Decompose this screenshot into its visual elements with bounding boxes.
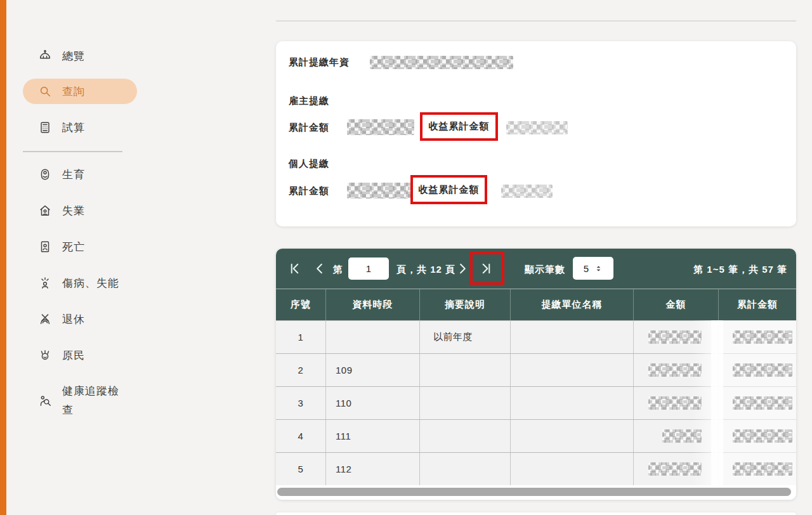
personal-income-label-highlight: 收益累計金額 [410, 175, 487, 204]
column-header-seq: 序號 [276, 289, 326, 320]
cumulative-redacted-value [733, 330, 792, 344]
sidebar-item-health-check[interactable]: 健康追蹤檢查 [23, 379, 137, 423]
column-header-unit: 提繳單位名稱 [511, 289, 634, 320]
cell-summary: 以前年度 [420, 321, 511, 353]
cell-summary [420, 354, 511, 386]
next-page-button[interactable] [452, 259, 471, 278]
cell-seq: 1 [276, 321, 326, 353]
employer-income-redacted-value [506, 121, 568, 134]
cell-summary [420, 387, 511, 419]
sidebar-item-label: 健康追蹤檢查 [62, 382, 122, 420]
cumulative-redacted-value [733, 462, 792, 476]
page-size-value: 5 [584, 263, 589, 274]
redaction-strip [711, 320, 723, 485]
chevron-right-icon [455, 262, 469, 275]
cell-period: 109 [326, 354, 420, 386]
cell-unit [511, 354, 634, 386]
unemployment-icon [38, 204, 52, 218]
cell-period: 112 [326, 453, 420, 485]
employer-amount-label: 累計金額 [289, 122, 329, 134]
column-header-cumulative: 累計金額 [719, 289, 796, 320]
column-header-period: 資料時段 [326, 289, 420, 320]
sidebar-item-calculator[interactable]: 試算 [23, 115, 137, 140]
sidebar-item-label: 傷病、失能 [62, 276, 119, 290]
contribution-summary-card: 累計提繳年資 雇主提繳 累計金額 收益累計金額 個人提繳 累計金額 收益累計金額 [276, 41, 796, 226]
personal-income-redacted-value [501, 185, 553, 198]
amount-redacted-value [648, 330, 702, 344]
amount-redacted-value [648, 462, 702, 476]
amount-redacted-value [648, 396, 702, 410]
column-header-amount: 金額 [634, 289, 719, 320]
content-top-divider [276, 20, 796, 22]
cell-unit [511, 387, 634, 419]
personal-amount-redacted-value [347, 183, 412, 199]
sidebar-item-indigenous[interactable]: 原民 [23, 342, 137, 368]
cell-seq: 2 [276, 354, 326, 386]
cell-unit [511, 420, 634, 452]
horizontal-scrollbar [276, 485, 796, 500]
sidebar-item-query[interactable]: 查詢 [23, 79, 137, 104]
first-page-button[interactable] [285, 259, 304, 278]
calculator-icon [38, 121, 52, 134]
last-page-highlight [470, 252, 504, 285]
sidebar: 總覽 查詢 試算 生育 失業 死亡 傷病、失能 [6, 0, 276, 515]
employer-income-label-highlight: 收益累計金額 [420, 112, 498, 141]
sidebar-item-label: 失業 [62, 204, 85, 218]
page-prefix-label: 第 [333, 264, 343, 276]
retirement-icon [38, 312, 52, 326]
page-size-label: 顯示筆數 [525, 264, 565, 276]
sidebar-item-label: 原民 [62, 348, 85, 363]
contribution-table-card: 第 頁，共 12 頁 顯示筆數 5 第 1~5 筆，共 57 筆 序號 資料時段… [276, 249, 796, 500]
sidebar-item-label: 總覽 [62, 49, 85, 63]
column-header-summary: 摘要說明 [420, 289, 511, 320]
employer-section-title: 雇主提繳 [289, 95, 329, 107]
sidebar-item-injury-disability[interactable]: 傷病、失能 [23, 270, 137, 296]
overview-icon [38, 49, 52, 63]
sidebar-item-death[interactable]: 死亡 [23, 234, 137, 259]
cumulative-redacted-value [733, 429, 792, 443]
personal-amount-label: 累計金額 [289, 185, 329, 197]
page-size-select[interactable]: 5 [573, 257, 613, 280]
years-redacted-value [370, 56, 513, 69]
cell-summary [420, 420, 511, 452]
sidebar-item-retirement[interactable]: 退休 [23, 306, 137, 332]
chevron-left-icon [313, 262, 327, 275]
amount-redacted-value [648, 363, 702, 377]
sidebar-item-label: 死亡 [62, 240, 85, 254]
sidebar-item-label: 生育 [62, 167, 85, 182]
personal-section-title: 個人提繳 [289, 158, 329, 170]
cell-period: 111 [326, 420, 420, 452]
search-icon [38, 84, 52, 98]
cell-seq: 5 [276, 453, 326, 485]
death-icon [38, 240, 52, 254]
years-label: 累計提繳年資 [289, 56, 350, 68]
indigenous-icon [38, 348, 52, 362]
employer-amount-redacted-value [347, 119, 414, 135]
employer-income-label: 收益累計金額 [429, 121, 490, 133]
sidebar-item-label: 試算 [62, 121, 85, 135]
page-info-label: 頁，共 12 頁 [396, 264, 455, 276]
cell-unit [511, 321, 634, 353]
health-check-icon [38, 394, 52, 408]
injury-disability-icon [38, 276, 52, 290]
cell-seq: 3 [276, 387, 326, 419]
first-page-icon [288, 262, 301, 275]
amount-redacted-value [662, 429, 702, 443]
sidebar-item-label: 查詢 [62, 84, 85, 99]
cell-period: 110 [326, 387, 420, 419]
table-body: 1 以前年度 2 109 3 110 4 111 [276, 320, 796, 485]
cell-seq: 4 [276, 420, 326, 452]
cumulative-redacted-value [733, 363, 792, 377]
record-range-label: 第 1~5 筆，共 57 筆 [693, 264, 787, 276]
horizontal-scrollbar-thumb[interactable] [277, 488, 791, 496]
maternity-icon [38, 167, 52, 181]
sidebar-item-unemployment[interactable]: 失業 [23, 198, 137, 223]
sidebar-item-label: 退休 [62, 312, 85, 327]
page-number-input[interactable] [348, 258, 389, 280]
sidebar-divider [23, 151, 122, 152]
personal-income-label: 收益累計金額 [419, 184, 480, 196]
sidebar-item-overview[interactable]: 總覽 [23, 43, 137, 68]
select-spinner-icon [594, 264, 603, 273]
prev-page-button[interactable] [310, 259, 329, 278]
sidebar-item-maternity[interactable]: 生育 [23, 162, 137, 187]
